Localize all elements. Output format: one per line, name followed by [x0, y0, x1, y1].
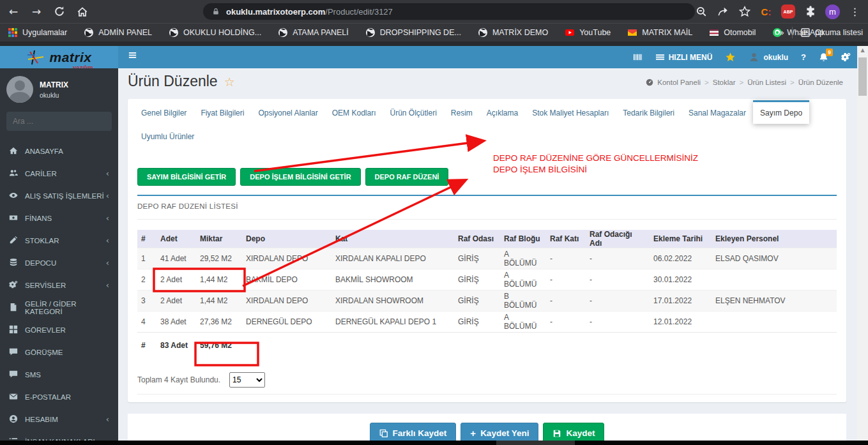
sidebar-item-stoklar[interactable]: STOKLAR‹: [0, 229, 118, 252]
favorite-star-icon[interactable]: ☆: [224, 75, 235, 89]
total-cell: [242, 333, 331, 358]
bookmark-item-youtube[interactable]: YouTube: [565, 27, 611, 38]
bookmark-item-admiin-panel[interactable]: ADMİN PANEL: [84, 27, 152, 38]
home-icon: [9, 146, 19, 156]
page-size-select[interactable]: 15: [229, 372, 265, 388]
tab-row-1: Genel BilgilerFiyat BilgileriOpsiyonel A…: [134, 102, 840, 124]
tab-genel-bilgiler[interactable]: Genel Bilgiler: [134, 102, 194, 124]
navbar-user-button[interactable]: okuklu: [749, 52, 788, 63]
bookmark-item-dropshipping-de[interactable]: DROPSHIPPING DE...: [365, 27, 461, 38]
bookmark-item-otomobil[interactable]: Otomobil: [709, 27, 756, 38]
tab-sayim-depo[interactable]: Sayım Depo: [753, 100, 809, 124]
table-cell: [712, 269, 837, 290]
help-icon[interactable]: ?: [801, 52, 806, 62]
sidebar-item-geliir-giider-kategorii[interactable]: GELİR / GİDER KATEGORİ: [0, 296, 118, 319]
total-cell: [546, 333, 586, 358]
reading-list-icon: [800, 27, 811, 38]
depo-iislem-biilgiisiinii-getiir-button[interactable]: DEPO İŞLEM BİLGİSİNİ GETİR: [240, 168, 360, 186]
tab-stok-maliyet-hesaplari[interactable]: Stok Maliyet Hesapları: [525, 102, 616, 124]
table-cell: 1: [137, 248, 156, 269]
zoom-icon[interactable]: [694, 5, 708, 19]
browser-home-button[interactable]: [73, 3, 92, 20]
records-summary: Toplam 4 Kayıt Bulundu.: [137, 375, 220, 384]
table-header-adet: Adet: [156, 230, 196, 248]
table-row[interactable]: 32 Adet1,44 M2XIRDALAN DEPOXIRDALAN SHOW…: [137, 290, 837, 312]
total-cell: [331, 333, 454, 358]
barcode-icon[interactable]: [633, 52, 643, 62]
tab-resim[interactable]: Resim: [444, 102, 480, 124]
table-row[interactable]: 438 Adet27,36 M2DERNEGÜL DEPODERNEGÜL KA…: [137, 312, 837, 333]
quick-menu-button[interactable]: HIZLI MENÜ: [655, 52, 713, 62]
apps-grid-icon: [8, 27, 18, 38]
tab-fiyat-bilgileri[interactable]: Fiyat Bilgileri: [194, 102, 251, 124]
bookmark-item-matriix-demo[interactable]: MATRİX DEMO: [478, 27, 548, 38]
browser-forward-button[interactable]: →: [27, 3, 46, 20]
bookmarks-overflow-chevron[interactable]: »: [779, 27, 784, 38]
share-icon[interactable]: [716, 5, 729, 19]
table-header-ekleme-tarihi: Ekleme Tarihi: [650, 230, 712, 248]
profile-avatar[interactable]: m: [825, 4, 840, 19]
sidebar-item-e-postalar[interactable]: E-POSTALAR: [0, 386, 118, 408]
app-logo[interactable]: matrix yazılım: [0, 46, 118, 68]
browser-reload-button[interactable]: [50, 3, 69, 20]
sidebar-item-sms[interactable]: SMS: [0, 363, 118, 386]
sidebar-search[interactable]: [6, 112, 112, 131]
sidebar-item-fiinans[interactable]: FİNANS‹: [0, 207, 118, 229]
tab-sanal-magazalar[interactable]: Sanal Magazalar: [681, 102, 753, 124]
sidebar-item-serviisler[interactable]: SERVİSLER‹: [0, 274, 118, 296]
address-bar[interactable]: okuklu.matrixotoerp.com/Product/edit/312…: [203, 3, 695, 20]
extensions-puzzle-icon[interactable]: [803, 5, 817, 19]
notifications-bell-icon[interactable]: 9: [819, 52, 828, 62]
depo-raf-duzenii-button[interactable]: DEPO RAF DÜZENİ: [365, 168, 449, 186]
table-cell: XIRDALAN DEPO: [242, 248, 331, 269]
bookmark-item-matrix-maiil[interactable]: MATRIX MAİL: [627, 27, 692, 38]
sidebar-item-alis-satis-iislemlerii[interactable]: ALIŞ SATIŞ İŞLEMLERİ‹: [0, 185, 118, 207]
table-cell: BAKMİL SHOWROOM: [331, 269, 454, 290]
table-cell: GİRİŞ: [454, 248, 500, 269]
sayim-biilgiisiinii-getiir-button[interactable]: SAYIM BİLGİSİNİ GETİR: [137, 168, 236, 186]
tab-opsiyonel-alanlar[interactable]: Opsiyonel Alanlar: [251, 102, 324, 124]
sidebar-search-input[interactable]: [13, 117, 112, 126]
table-row[interactable]: 22 Adet1,44 M2BAKMİL DEPOBAKMİL SHOWROOM…: [137, 269, 837, 290]
tab-oem-kodlari[interactable]: OEM Kodları: [325, 102, 383, 124]
tab-tedarik-bilgileri[interactable]: Tedarik Bilgileri: [616, 102, 681, 124]
navbar-star-icon[interactable]: [725, 52, 736, 63]
table-header-raf-kati: Raf Katı: [546, 230, 586, 248]
tab-urun-olcutleri[interactable]: Ürün Ölçütleri: [383, 102, 443, 124]
breadcrumb-item-kontol-paneli[interactable]: Kontol Paneli: [657, 79, 701, 86]
sidebar-item-depocu[interactable]: DEPOCU‹: [0, 252, 118, 274]
settings-cogs-icon[interactable]: [841, 52, 851, 62]
scrollbar-thumb[interactable]: [858, 57, 867, 96]
extension-colorzilla-icon[interactable]: C:: [759, 5, 773, 19]
taskbar-strip: [0, 441, 868, 445]
breadcrumb-item-urun-listesi[interactable]: Ürün Listesi: [747, 79, 786, 86]
comment-icon: [9, 347, 19, 357]
tab-aciklama[interactable]: Açıklama: [480, 102, 525, 124]
plus-icon: +: [470, 428, 476, 439]
sidebar-item-gorevler[interactable]: GÖREVLER: [0, 319, 118, 341]
sidebar-item-anasayfa[interactable]: ANASAYFA: [0, 140, 118, 162]
notifications-badge: 9: [826, 49, 833, 56]
browser-back-button[interactable]: ←: [4, 3, 23, 20]
extension-adblock-icon[interactable]: ABP: [781, 4, 795, 19]
sidebar-item-cariiler[interactable]: CARİLER‹: [0, 162, 118, 185]
bookmark-item-uygulamalar[interactable]: Uygulamalar: [8, 27, 67, 38]
sidebar-toggle-icon[interactable]: [128, 50, 142, 64]
tab-uyumlu-urunler[interactable]: Uyumlu Ürünler: [134, 126, 201, 147]
sidebar-item-gorusme[interactable]: GÖRÜŞME: [0, 341, 118, 363]
sidebar-item-hesabim[interactable]: HESABIM‹: [0, 408, 118, 430]
page-scrollbar[interactable]: ▲: [857, 46, 868, 445]
bookmark-star-icon[interactable]: [738, 5, 751, 19]
browser-menu-icon[interactable]: ⋮: [848, 5, 862, 19]
bookmark-item-atama-panelii[interactable]: ATAMA PANELİ: [278, 27, 349, 38]
breadcrumb-item-stoklar[interactable]: Stoklar: [713, 79, 736, 86]
scroll-up-arrow[interactable]: ▲: [857, 47, 868, 53]
product-edit-card: Genel BilgilerFiyat BilgileriOpsiyonel A…: [128, 99, 846, 402]
lock-icon: [212, 7, 220, 16]
total-cell: [712, 333, 837, 358]
reading-list-label[interactable]: Okuma listesi: [815, 28, 863, 37]
bookmark-item-okuklu-holdiing[interactable]: OKUKLU HOLDİNG...: [169, 27, 261, 38]
table-row[interactable]: 141 Adet29,52 M2XIRDALAN DEPOXIRDALAN KA…: [137, 248, 837, 269]
chevron-left-icon: ‹: [106, 236, 109, 245]
table-cell: 4: [137, 312, 156, 333]
